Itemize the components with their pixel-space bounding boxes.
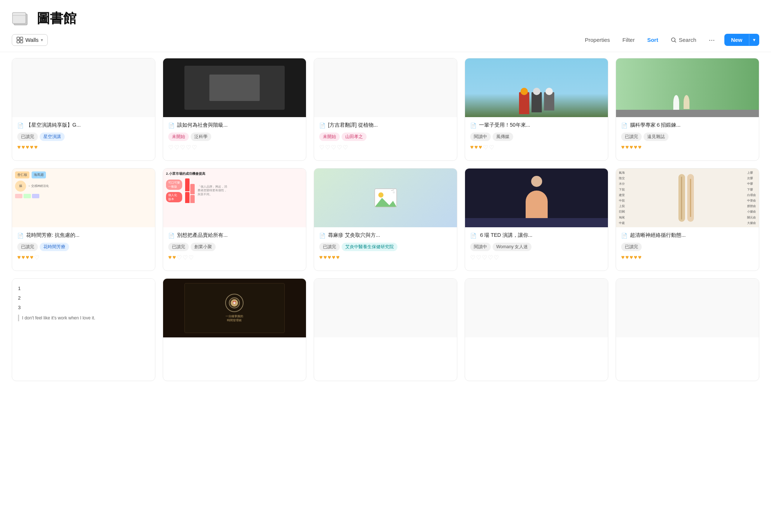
walls-chevron: ▾ bbox=[41, 37, 43, 43]
card-thumbnail bbox=[163, 58, 306, 117]
heart-icon: ♥ bbox=[638, 144, 642, 151]
heart-icon: ♡ bbox=[183, 254, 188, 261]
heart-icon: ♥ bbox=[630, 144, 633, 151]
card-title-text: 一輩子受用！50年來... bbox=[479, 122, 530, 129]
heart-icon: ♥ bbox=[621, 254, 625, 261]
heart-icon: ♥ bbox=[34, 144, 38, 151]
search-icon bbox=[671, 37, 677, 43]
card-title: 📄 一輩子受用！50年來... bbox=[470, 122, 603, 130]
new-chevron-icon: ▾ bbox=[749, 34, 759, 46]
svg-rect-4 bbox=[20, 37, 23, 40]
card-thumbnail bbox=[12, 58, 155, 117]
rating: ♡♡♡♡♡ bbox=[319, 144, 452, 151]
header: 圖書館 bbox=[0, 0, 771, 31]
new-label: New bbox=[724, 34, 749, 46]
status-badge: 閱讀中 bbox=[470, 133, 491, 141]
card-body: 📄 ６場 TED 演講，讓你... 閱讀中 Womany 女人迷 ♡♡♡♡♡ bbox=[465, 227, 608, 271]
card-title: 📄 腦科學專家６招鍛鍊... bbox=[621, 122, 754, 130]
properties-button[interactable]: Properties bbox=[582, 35, 613, 44]
rating: ♥♥♥♥♥ bbox=[17, 144, 150, 151]
grid-icon bbox=[17, 37, 23, 43]
card[interactable] bbox=[314, 278, 457, 381]
document-icon: 📄 bbox=[621, 232, 627, 240]
card-title-text: ６場 TED 演講，讓你... bbox=[479, 232, 532, 239]
card-title: 📄 別想把產品賣給所有... bbox=[168, 232, 301, 240]
card[interactable]: 杏仁核 海馬迴 腦 → 交感神經活化 📄 花時間芳 bbox=[12, 168, 155, 271]
toolbar: Walls ▾ Properties Filter Sort Search ··… bbox=[0, 31, 771, 52]
card-title: 📄 【星空演講純享版】G... bbox=[17, 122, 150, 130]
heart-icon: ♥ bbox=[638, 254, 642, 261]
heart-icon: ♡ bbox=[186, 144, 191, 151]
card-title-text: 蕁麻疹 艾灸取穴與方... bbox=[328, 232, 380, 239]
heart-icon: ♥ bbox=[17, 254, 21, 261]
card-body: 📄 該如何為社會與階級... 未開始 泛科學 ♡♡♡♡♡ bbox=[163, 117, 306, 160]
heart-icon: ♥ bbox=[328, 254, 331, 261]
heart-icon: ♡ bbox=[489, 144, 494, 151]
heart-icon: ♡ bbox=[343, 144, 348, 151]
heart-icon: ♡ bbox=[319, 144, 324, 151]
card-body: 📄 【星空演講純享版】G... 已讀完 星空演講 ♥♥♥♥♥ bbox=[12, 117, 155, 160]
card-status-tags: 閱讀中 風傳媒 bbox=[470, 133, 603, 141]
card-title-text: [方吉君翻譯] 從植物... bbox=[328, 122, 378, 129]
card[interactable]: 📄 【星空演講純享版】G... 已讀完 星空演講 ♥♥♥♥♥ bbox=[12, 58, 155, 161]
rating: ♥♥♥♡♡ bbox=[470, 144, 603, 151]
status-badge: 已讀完 bbox=[17, 133, 38, 141]
card[interactable]: 📄 一輩子受用！50年來... 閱讀中 風傳媒 ♥♥♥♡♡ bbox=[465, 58, 608, 161]
svg-rect-1 bbox=[12, 12, 26, 23]
document-icon: 📄 bbox=[168, 122, 174, 130]
card[interactable]: 2.小眾市場的成功機會提高 可口可樂一般版 個人化版本 bbox=[163, 168, 306, 271]
heart-icon: ♥ bbox=[319, 254, 323, 261]
app-icon bbox=[12, 9, 31, 28]
card[interactable]: 📄 該如何為社會與階級... 未開始 泛科學 ♡♡♡♡♡ bbox=[163, 58, 306, 161]
sort-button[interactable]: Sort bbox=[644, 35, 661, 44]
card-status-tags: 已讀完 bbox=[621, 243, 754, 251]
card-title-text: 超清晰神經絡循行動態... bbox=[630, 232, 686, 239]
document-icon: 📄 bbox=[470, 232, 476, 240]
card[interactable] bbox=[616, 278, 759, 381]
status-badge: 已讀完 bbox=[319, 243, 340, 251]
heart-icon: ♡ bbox=[177, 254, 182, 261]
new-button[interactable]: New ▾ bbox=[724, 34, 759, 46]
card-grid: 📄 【星空演講純享版】G... 已讀完 星空演講 ♥♥♥♥♥ 📄 該如何為社會與… bbox=[0, 58, 771, 393]
card[interactable]: 📄 腦科學專家６招鍛鍊... 已讀完 遠見雜誌 ♥♥♥♥♥ bbox=[616, 58, 759, 161]
rating: ♥♥♥♥♥ bbox=[621, 144, 754, 151]
card[interactable]: 1 2 3 I don't feel like it's work when I… bbox=[12, 278, 155, 381]
rating: ♥♥♥♥♡ bbox=[17, 254, 150, 261]
heart-icon: ♥ bbox=[626, 254, 629, 261]
card-thumbnail bbox=[465, 169, 608, 227]
card[interactable] bbox=[465, 278, 608, 381]
document-icon: 📄 bbox=[621, 122, 627, 130]
heart-icon: ♡ bbox=[192, 144, 197, 151]
card-status-tags: 已讀完 星空演講 bbox=[17, 133, 150, 141]
card[interactable]: 📄 [方吉君翻譯] 從植物... 未開始 山田孝之 ♡♡♡♡♡ bbox=[314, 58, 457, 161]
heart-icon: ♥ bbox=[479, 144, 482, 151]
card-thumbnail: 1 2 3 I don't feel like it's work when I… bbox=[12, 279, 155, 337]
heart-icon: ♥ bbox=[17, 144, 21, 151]
heart-icon: ♡ bbox=[34, 254, 39, 261]
card-thumbnail: 杏仁核 海馬迴 腦 → 交感神經活化 bbox=[12, 169, 155, 227]
card-body: 📄 腦科學專家６招鍛鍊... 已讀完 遠見雜誌 ♥♥♥♥♥ bbox=[616, 117, 759, 160]
status-badge: 已讀完 bbox=[621, 133, 642, 141]
walls-button[interactable]: Walls ▾ bbox=[12, 34, 48, 46]
card-title: 📄 [方吉君翻譯] 從植物... bbox=[319, 122, 452, 130]
heart-icon: ♥ bbox=[634, 144, 638, 151]
card[interactable]: ⏰ 一分鐘掌握的時間管理術 bbox=[163, 278, 306, 381]
card-thumbnail bbox=[465, 279, 608, 337]
heart-icon: ♥ bbox=[30, 254, 34, 261]
card[interactable]: 📄 蕁麻疹 艾灸取穴與方... 已讀完 艾炎中醫養生保健研究院 ♥♥♥♥♥ bbox=[314, 168, 457, 271]
card-status-tags: 已讀完 創業小聚 bbox=[168, 243, 301, 251]
card[interactable]: 氣海陰交水分下脘建里中脘上脘巨闕鳩尾中庭 上髎次髎中髎下髎白環俞中膂俞膀胱俞小腸… bbox=[616, 168, 759, 271]
card-thumbnail bbox=[314, 279, 457, 337]
heart-icon: ♥ bbox=[634, 254, 638, 261]
filter-button[interactable]: Filter bbox=[620, 35, 638, 44]
more-button[interactable]: ··· bbox=[706, 34, 718, 46]
search-label: Search bbox=[679, 37, 696, 43]
search-button[interactable]: Search bbox=[668, 35, 699, 44]
card-status-tags: 已讀完 遠見雜誌 bbox=[621, 133, 754, 141]
status-badge: 未開始 bbox=[168, 133, 189, 141]
document-icon: 📄 bbox=[319, 122, 325, 130]
card[interactable]: 📄 ６場 TED 演講，讓你... 閱讀中 Womany 女人迷 ♡♡♡♡♡ bbox=[465, 168, 608, 271]
heart-icon: ♡ bbox=[482, 254, 487, 261]
card-thumbnail: ⏰ 一分鐘掌握的時間管理術 bbox=[163, 279, 306, 337]
card-status-tags: 未開始 山田孝之 bbox=[319, 133, 452, 141]
